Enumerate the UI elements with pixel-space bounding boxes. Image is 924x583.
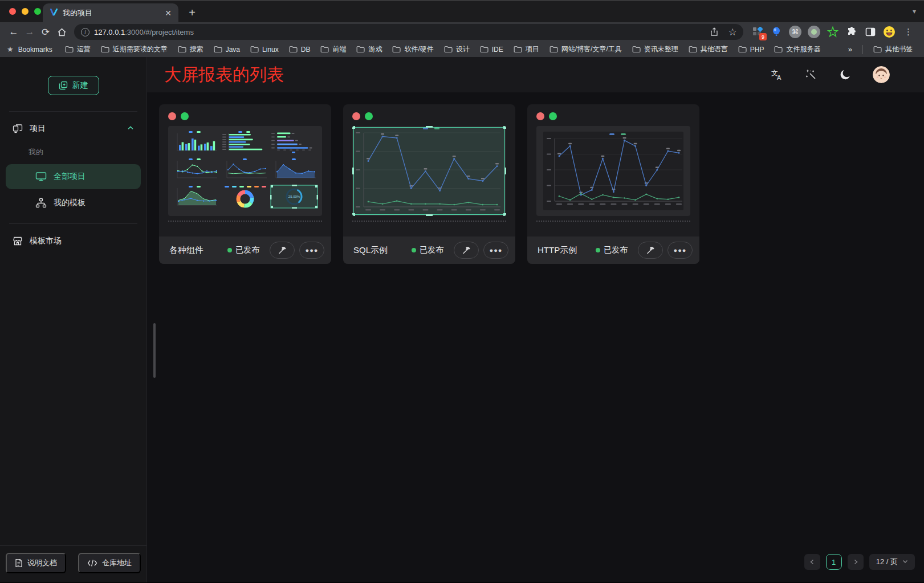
bookmark-folder[interactable]: IDE	[475, 44, 508, 55]
project-card[interactable]: HTTP示例已发布●●●	[527, 104, 699, 264]
extension-badge: 9	[759, 33, 767, 40]
bookmark-star-icon[interactable]: ☆	[725, 24, 740, 40]
sidebar-section-project[interactable]: 项目	[6, 119, 141, 139]
selection-handle[interactable]	[426, 126, 433, 128]
new-project-button[interactable]: 新建	[48, 76, 99, 95]
mini-chart-area	[270, 157, 319, 184]
selection-handle[interactable]	[503, 126, 506, 129]
tab-manager-extension-icon[interactable]: 9	[750, 25, 765, 39]
bookmark-folder-label: 近期需要读的文章	[113, 44, 168, 54]
user-avatar[interactable]	[873, 66, 890, 83]
bookmark-folder[interactable]: 文件服务器	[770, 43, 825, 56]
storefront-icon	[13, 236, 23, 246]
project-thumbnail	[536, 126, 690, 216]
bookmark-folder[interactable]: 搜索	[173, 43, 208, 56]
minimize-window-button[interactable]	[22, 8, 29, 15]
browser-menu-icon[interactable]: ⋮	[901, 27, 916, 37]
other-bookmarks-folder[interactable]: 其他书签	[869, 43, 917, 56]
bookmark-folder[interactable]: Java	[209, 44, 245, 55]
sidebar-item-all-projects[interactable]: 全部项目	[6, 164, 141, 189]
star-extension-icon[interactable]	[825, 25, 840, 39]
bookmark-folder[interactable]: 游戏	[352, 43, 386, 56]
share-icon[interactable]	[707, 24, 722, 40]
bookmarks-label[interactable]: Bookmarks	[18, 46, 52, 54]
pagination: 1 12 / 页	[804, 554, 915, 570]
bookmark-folder[interactable]: DB	[284, 44, 315, 55]
bookmark-folder[interactable]: 近期需要读的文章	[96, 43, 172, 56]
project-thumbnail	[352, 126, 506, 216]
edit-project-button[interactable]	[270, 242, 295, 259]
profile-avatar-icon[interactable]	[882, 25, 897, 39]
sidebar-item-template-market[interactable]: 模板市场	[6, 231, 141, 251]
project-thumbnail: 25.00%	[168, 126, 322, 216]
docs-button[interactable]: 说明文档	[6, 553, 66, 573]
sidebar-group-label: 我的	[6, 139, 141, 163]
prev-page-button[interactable]	[804, 554, 820, 570]
other-bookmarks-label: 其他书签	[885, 44, 913, 54]
project-card[interactable]: 25.00%各种组件已发布●●●	[159, 104, 331, 264]
balloon-extension-icon[interactable]	[769, 25, 784, 39]
edit-project-button[interactable]	[638, 242, 663, 259]
language-icon[interactable]: 文A	[770, 68, 784, 81]
sidebar-item-my-templates[interactable]: 我的模板	[6, 190, 141, 215]
dark-mode-moon-icon[interactable]	[838, 68, 852, 81]
chevron-up-icon[interactable]	[127, 124, 134, 133]
sidebar-item-label: 我的模板	[54, 198, 86, 208]
more-actions-button[interactable]: ●●●	[299, 242, 324, 259]
scrollbar-thumb[interactable]	[153, 323, 156, 378]
forward-icon[interactable]: →	[22, 24, 38, 40]
bookmark-folder[interactable]: 网站/博客/文章/工具	[545, 43, 626, 56]
page-size-select[interactable]: 12 / 页	[869, 554, 915, 570]
tab-search-chevron-icon[interactable]: ▾	[913, 7, 916, 15]
ellipsis-icon: ●●●	[674, 247, 687, 254]
site-info-icon[interactable]: i	[81, 28, 89, 36]
bookmark-folder-label: 其他语言	[701, 44, 728, 54]
repo-button[interactable]: 仓库地址	[78, 553, 141, 573]
home-icon[interactable]	[54, 24, 70, 40]
sidebar-item-label: 模板市场	[30, 236, 62, 246]
close-window-button[interactable]	[9, 8, 16, 15]
url-bar[interactable]: i 127.0.0.1:3000/#/project/items ☆	[74, 24, 743, 40]
project-card[interactable]: SQL示例已发布●●●	[343, 104, 515, 264]
bookmark-folder[interactable]: 软件/硬件	[388, 43, 438, 56]
red-dot	[352, 112, 360, 120]
mini-chart-capsules	[270, 130, 319, 156]
main-header: 大屏报表的列表 文A	[147, 57, 924, 92]
tab-close-icon[interactable]: ✕	[165, 9, 172, 18]
reload-icon[interactable]: ⟳	[38, 24, 54, 40]
bookmark-folder[interactable]: 前端	[316, 43, 351, 56]
bookmark-folder[interactable]: 资讯未整理	[628, 43, 683, 56]
bookmark-folder[interactable]: 设计	[439, 43, 474, 56]
selection-handle[interactable]	[352, 126, 355, 129]
recorder-extension-icon[interactable]	[807, 25, 821, 39]
bookmark-folder[interactable]: 项目	[509, 43, 544, 56]
command-extension-icon[interactable]: ⌘	[788, 25, 803, 39]
browser-tab[interactable]: 我的项目 ✕	[43, 3, 178, 22]
more-actions-button[interactable]: ●●●	[483, 242, 508, 259]
selection-handle[interactable]	[352, 168, 354, 174]
selection-handle[interactable]	[503, 213, 506, 216]
url-text[interactable]: 127.0.0.1:3000/#/project/items	[94, 28, 702, 36]
selection-handle[interactable]	[426, 214, 433, 216]
bookmark-folder[interactable]: 其他语言	[684, 43, 732, 56]
bookmark-folder[interactable]: PHP	[734, 44, 769, 55]
bookmark-folder[interactable]: 运营	[60, 43, 95, 56]
selection-handle[interactable]	[352, 213, 355, 216]
zoom-window-button[interactable]	[34, 8, 41, 15]
window-controls[interactable]	[9, 8, 41, 15]
edit-project-button[interactable]	[454, 242, 479, 259]
back-icon[interactable]: ←	[6, 24, 22, 40]
bookmarks-overflow-chevron[interactable]: »	[844, 45, 857, 54]
current-page-button[interactable]: 1	[826, 554, 842, 570]
side-panel-icon[interactable]	[863, 25, 878, 39]
docs-button-label: 说明文档	[27, 558, 57, 568]
bookmark-folder[interactable]: Linux	[246, 44, 283, 55]
project-title: SQL示例	[353, 245, 412, 256]
selection-handle[interactable]	[504, 168, 506, 174]
new-tab-button[interactable]: +	[184, 5, 200, 21]
extensions-puzzle-icon[interactable]	[844, 25, 859, 39]
bookmark-folder-label: IDE	[492, 46, 503, 54]
magic-wand-icon[interactable]	[804, 68, 818, 81]
next-page-button[interactable]	[848, 554, 864, 570]
more-actions-button[interactable]: ●●●	[667, 242, 693, 259]
